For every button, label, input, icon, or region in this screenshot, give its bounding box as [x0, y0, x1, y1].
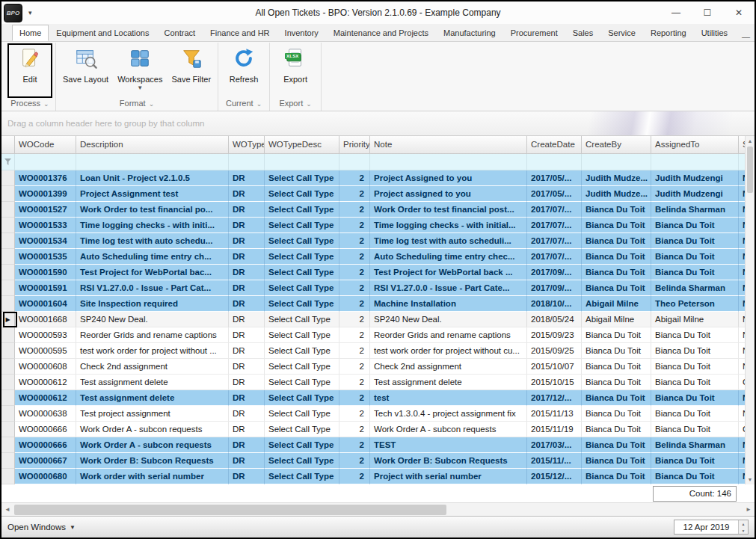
workspaces-button[interactable]: Workspaces ▼: [113, 43, 167, 98]
table-row[interactable]: WO0000593Reorder Grids and rename captio…: [1, 327, 755, 343]
horizontal-scroll-thumb[interactable]: [14, 505, 446, 515]
app-logo-icon[interactable]: BPO: [4, 4, 22, 22]
table-row[interactable]: WO0000680Work order with serial numberDR…: [1, 469, 755, 484]
cell-created: 2017/05/...: [527, 186, 582, 202]
table-row[interactable]: WO0001399Project Assignment testDRSelect…: [1, 186, 755, 202]
cell-assignedto: Belinda Sharman: [651, 437, 739, 453]
column-header-wocode[interactable]: WOCode: [15, 136, 76, 154]
group-label-export[interactable]: Export⌄: [272, 98, 319, 111]
tab-service[interactable]: Service: [600, 25, 643, 41]
tab-home[interactable]: Home: [12, 25, 49, 41]
date-picker[interactable]: 12 Apr 2019 ▲ ▼: [674, 520, 749, 535]
table-row[interactable]: WO0001590Test Project for WebPortal bac.…: [1, 265, 755, 280]
cell-assignedto: Bianca Du Toit: [651, 218, 739, 233]
scroll-right-icon[interactable]: ►: [743, 504, 755, 516]
export-button-label: Export: [283, 75, 307, 84]
column-header-priority[interactable]: Priority: [339, 136, 370, 154]
group-by-band[interactable]: Drag a column header here to group by th…: [1, 111, 755, 136]
table-row[interactable]: WO0001527Work Order to test financial po…: [1, 202, 755, 218]
save-filter-button[interactable]: Save Filter: [167, 43, 215, 98]
group-by-hint: Drag a column header here to group by th…: [1, 119, 204, 128]
column-header-assignedto[interactable]: AssignedTo: [651, 136, 739, 154]
vertical-scrollbar[interactable]: ▲ ▼: [745, 136, 755, 484]
tab-sales[interactable]: Sales: [565, 25, 601, 41]
filter-cell-createdate[interactable]: [527, 154, 582, 170]
table-row[interactable]: WO0001534Time log test with auto schedu.…: [1, 233, 755, 249]
group-label-process[interactable]: Process⌄: [7, 98, 53, 111]
table-row[interactable]: WO0001376Loan Unit - Project v2.1.0.5DRS…: [1, 170, 755, 186]
table-row[interactable]: WO0001591RSI V1.27.0.0 - Issue - Part Ca…: [1, 280, 755, 296]
ribbon-group-export: XLSX Export Export⌄: [270, 43, 322, 111]
column-header-description[interactable]: Description: [76, 136, 229, 154]
tab-maintenance-and-projects[interactable]: Maintenance and Projects: [326, 25, 436, 41]
filter-cell-wotype[interactable]: [229, 154, 265, 170]
filter-cell-note[interactable]: [370, 154, 527, 170]
group-label-format[interactable]: Format⌄: [58, 98, 215, 111]
table-row[interactable]: WO0000612Test assignment deleteDRSelect …: [1, 390, 755, 406]
column-header-wotype[interactable]: WOType: [229, 136, 265, 154]
chevron-down-icon: ⌄: [43, 100, 49, 108]
tab-procurement[interactable]: Procurement: [503, 25, 565, 41]
column-header-createby[interactable]: CreateBy: [582, 136, 651, 154]
close-button[interactable]: ✕: [723, 2, 755, 23]
edit-button[interactable]: Edit: [7, 43, 53, 98]
tab-equipment-and-locations[interactable]: Equipment and Locations: [49, 25, 156, 41]
table-row[interactable]: ▶WO0001668SP240 New Deal.DRSelect Call T…: [1, 312, 755, 327]
scroll-down-icon[interactable]: ▼: [746, 475, 755, 484]
tab-contract[interactable]: Contract: [157, 25, 203, 41]
ribbon-minimize-icon[interactable]: —: [735, 32, 756, 41]
spinner-down-icon[interactable]: ▼: [739, 527, 748, 534]
filter-cell-createby[interactable]: [582, 154, 651, 170]
horizontal-scrollbar[interactable]: ◄ ►: [1, 502, 755, 516]
tab-finance-and-hr[interactable]: Finance and HR: [203, 25, 277, 41]
group-label-current[interactable]: Current⌄: [221, 98, 267, 111]
table-row[interactable]: WO0000666Work Order A - subcon requestsD…: [1, 437, 755, 453]
table-row[interactable]: WO0000666Work Order A - subcon requestsD…: [1, 422, 755, 437]
table-row[interactable]: WO0000638Test project assignmentDRSelect…: [1, 406, 755, 422]
cell-created: 2017/09/...: [527, 280, 582, 296]
cell-assignedto: Theo Peterson: [651, 296, 739, 312]
table-row[interactable]: WO0001535Auto Scheduling time entry ch..…: [1, 249, 755, 265]
cell-created: 2017/12/...: [527, 390, 582, 406]
tab-inventory[interactable]: Inventory: [277, 25, 326, 41]
table-row[interactable]: WO0000667Work Order B: Subcon RequestsDR…: [1, 453, 755, 469]
filter-cell-priority[interactable]: [339, 154, 370, 170]
column-header-createdate[interactable]: CreateDate: [527, 136, 582, 154]
table-row[interactable]: WO0001604Site Inspection requiredDRSelec…: [1, 296, 755, 312]
cell-priority: 2: [339, 249, 370, 265]
cell-wotypedesc: Select Call Type: [265, 359, 339, 375]
scroll-left-icon[interactable]: ◄: [1, 504, 13, 516]
save-filter-icon: [179, 46, 203, 70]
column-header-wotypedesc[interactable]: WOTypeDesc: [265, 136, 339, 154]
cell-desc: Work Order B: Subcon Requests: [76, 453, 229, 469]
open-windows-button[interactable]: Open Windows ▼: [1, 523, 76, 532]
cell-desc: Time log test with auto schedu...: [76, 233, 229, 249]
table-row[interactable]: WO0000612Test assignment deleteDRSelect …: [1, 375, 755, 390]
save-layout-button[interactable]: Save Layout: [58, 43, 113, 98]
minimize-button[interactable]: —: [660, 2, 692, 23]
group-label-text: Process: [10, 99, 40, 108]
date-spinner[interactable]: ▲ ▼: [738, 520, 748, 534]
spinner-up-icon[interactable]: ▲: [739, 520, 748, 527]
cell-desc: Test project assignment: [76, 406, 229, 422]
vertical-scroll-thumb[interactable]: [747, 147, 753, 193]
table-row[interactable]: WO0000595test work order for project wit…: [1, 343, 755, 359]
column-header-note[interactable]: Note: [370, 136, 527, 154]
filter-cell-wotypedesc[interactable]: [265, 154, 339, 170]
cell-desc: SP240 New Deal.: [76, 312, 229, 327]
maximize-button[interactable]: ☐: [692, 2, 723, 23]
cell-priority: 2: [339, 422, 370, 437]
tab-utilities[interactable]: Utilities: [694, 25, 735, 41]
tab-reporting[interactable]: Reporting: [643, 25, 694, 41]
filter-cell-assignedto[interactable]: [651, 154, 739, 170]
quick-access-caret-icon[interactable]: ▾: [28, 9, 32, 16]
table-row[interactable]: WO0001533Time logging checks - with init…: [1, 218, 755, 233]
scroll-up-icon[interactable]: ▲: [746, 136, 755, 146]
table-row[interactable]: WO0000608Check 2nd assignmentDRSelect Ca…: [1, 359, 755, 375]
export-button[interactable]: XLSX Export: [272, 43, 319, 98]
filter-cell-wocode[interactable]: [15, 154, 76, 170]
tab-manufacturing[interactable]: Manufacturing: [436, 25, 503, 41]
row-indicator: [1, 233, 15, 249]
filter-cell-description[interactable]: [76, 154, 229, 170]
refresh-button[interactable]: Refresh: [221, 43, 267, 98]
